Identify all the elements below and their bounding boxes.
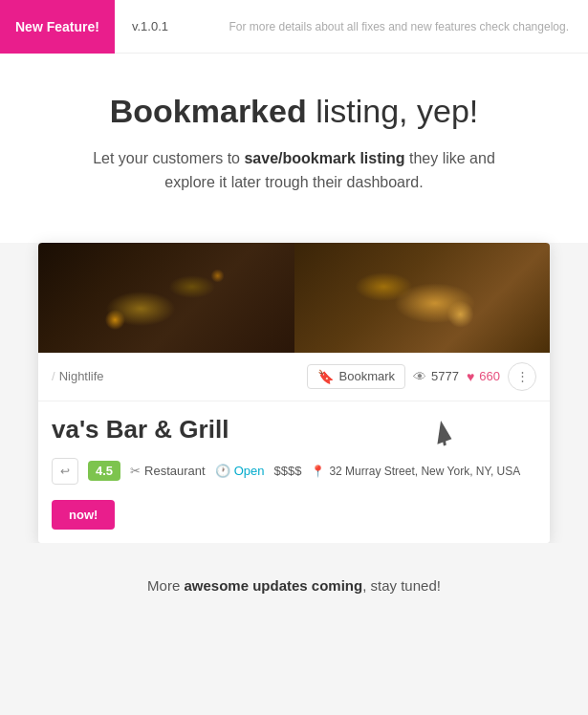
back-button[interactable]: ↩ — [52, 458, 78, 485]
eye-icon: 👁 — [413, 369, 426, 384]
location-tag: 📍 32 Murray Street, New York, NY, USA — [311, 465, 520, 478]
hero-section: Bookmarked listing, yep! Let your custom… — [0, 54, 588, 243]
top-bar: New Feature! v.1.0.1 For more details ab… — [0, 0, 588, 54]
category-label: Restaurant — [144, 464, 206, 478]
hero-subtitle-bold: save/bookmark listing — [244, 150, 404, 166]
food-image-left-art — [38, 243, 294, 353]
card-preview: / Nightlife 🔖 Bookmark 👁 5777 ♥ 660 ⋮ va… — [38, 243, 550, 543]
food-image-left — [38, 243, 294, 353]
address-text: 32 Murray Street, New York, NY, USA — [329, 465, 520, 478]
views-count: 5777 — [431, 369, 459, 383]
views-badge: 👁 5777 — [413, 369, 459, 384]
rating-badge: 4.5 — [88, 461, 120, 481]
hero-subtitle-plain1: Let your customers to — [93, 150, 244, 166]
food-image-right — [294, 243, 551, 353]
version-text: v.1.0.1 — [132, 19, 168, 33]
book-now-button[interactable]: now! — [52, 500, 115, 530]
food-image-right-art — [294, 243, 551, 353]
hero-title-bold: Bookmarked — [110, 93, 307, 129]
card-actions: 🔖 Bookmark 👁 5777 ♥ 660 ⋮ — [307, 362, 536, 391]
hero-title-rest: listing, yep! — [307, 93, 479, 129]
share-icon: ⋮ — [516, 369, 529, 383]
bookmark-button[interactable]: 🔖 Bookmark — [307, 364, 406, 389]
card-title-row: va's Bar & Grill — [38, 401, 550, 450]
new-feature-badge[interactable]: New Feature! — [0, 0, 115, 54]
card-action-row: now! — [38, 492, 550, 543]
breadcrumb: / Nightlife — [52, 369, 104, 383]
pin-icon: 📍 — [311, 465, 325, 478]
footer-text-plain1: More — [147, 577, 184, 594]
likes-count: 660 — [479, 369, 500, 383]
bookmark-label: Bookmark — [339, 369, 396, 383]
status-open: 🕐 Open — [215, 464, 265, 478]
likes-badge: ♥ 660 — [467, 369, 500, 384]
images-strip — [38, 243, 550, 353]
share-button[interactable]: ⋮ — [508, 362, 536, 391]
card-meta-row: / Nightlife 🔖 Bookmark 👁 5777 ♥ 660 ⋮ — [38, 353, 550, 401]
price-tag: $$$$ — [273, 464, 301, 478]
footer-text-plain2: , stay tuned! — [362, 577, 441, 594]
changelog-text: For more details about all fixes and new… — [229, 20, 569, 33]
bookmark-icon: 🔖 — [317, 369, 334, 384]
heart-icon: ♥ — [467, 369, 474, 384]
clock-icon: 🕐 — [215, 464, 230, 478]
fork-icon: ✂ — [130, 464, 141, 478]
breadcrumb-separator: / — [52, 369, 55, 383]
category-tag: ✂ Restaurant — [130, 464, 206, 478]
back-icon: ↩ — [60, 465, 70, 478]
listing-title: va's Bar & Grill — [52, 415, 229, 444]
status-label: Open — [234, 464, 265, 478]
hero-title: Bookmarked listing, yep! — [38, 92, 550, 131]
hero-subtitle: Let your customers to save/bookmark list… — [75, 146, 514, 195]
footer-text-bold: awesome updates coming — [184, 577, 362, 594]
card-details-row: ↩ 4.5 ✂ Restaurant 🕐 Open $$$$ 📍 32 Murr… — [38, 450, 550, 492]
breadcrumb-nightlife: Nightlife — [59, 369, 104, 383]
bottom-text: More awesome updates coming, stay tuned! — [0, 543, 588, 622]
cursor-indicator — [435, 421, 454, 445]
